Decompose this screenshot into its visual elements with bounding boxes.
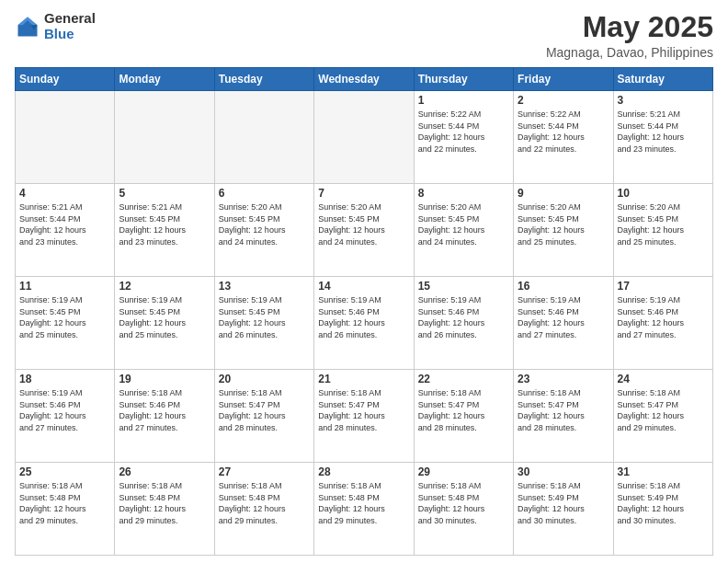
day-info: Sunrise: 5:18 AM Sunset: 5:49 PM Dayligh… [618, 480, 709, 526]
day-number: 6 [219, 187, 310, 200]
day-number: 26 [119, 465, 210, 478]
day-info: Sunrise: 5:18 AM Sunset: 5:47 PM Dayligh… [418, 387, 509, 433]
day-number: 8 [418, 187, 509, 200]
day-number: 18 [19, 373, 110, 385]
calendar-cell [214, 91, 313, 184]
day-number: 2 [518, 94, 609, 107]
day-number: 5 [119, 187, 210, 200]
day-info: Sunrise: 5:19 AM Sunset: 5:45 PM Dayligh… [19, 294, 110, 340]
day-info: Sunrise: 5:18 AM Sunset: 5:48 PM Dayligh… [318, 480, 409, 526]
day-number: 23 [518, 373, 609, 385]
calendar-cell [115, 91, 214, 184]
calendar-week-4: 18Sunrise: 5:19 AM Sunset: 5:46 PM Dayli… [16, 370, 713, 463]
day-number: 24 [618, 373, 709, 385]
logo-icon [15, 14, 40, 40]
day-header-sunday: Sunday [16, 68, 115, 91]
header: General Blue May 2025 Magnaga, Davao, Ph… [15, 11, 713, 60]
calendar-cell: 11Sunrise: 5:19 AM Sunset: 5:45 PM Dayli… [16, 277, 115, 370]
day-number: 4 [19, 187, 110, 200]
calendar-cell: 26Sunrise: 5:18 AM Sunset: 5:48 PM Dayli… [115, 463, 214, 556]
day-header-saturday: Saturday [613, 68, 712, 91]
calendar-cell: 20Sunrise: 5:18 AM Sunset: 5:47 PM Dayli… [214, 370, 313, 463]
day-number: 27 [219, 465, 310, 478]
day-info: Sunrise: 5:18 AM Sunset: 5:48 PM Dayligh… [418, 480, 509, 526]
day-number: 25 [19, 465, 110, 478]
calendar-cell: 10Sunrise: 5:20 AM Sunset: 5:45 PM Dayli… [613, 184, 712, 277]
subtitle: Magnaga, Davao, Philippines [546, 45, 713, 60]
day-info: Sunrise: 5:20 AM Sunset: 5:45 PM Dayligh… [219, 201, 310, 247]
day-info: Sunrise: 5:19 AM Sunset: 5:46 PM Dayligh… [618, 294, 709, 340]
calendar-cell [16, 91, 115, 184]
calendar-cell: 28Sunrise: 5:18 AM Sunset: 5:48 PM Dayli… [314, 463, 414, 556]
calendar-week-5: 25Sunrise: 5:18 AM Sunset: 5:48 PM Dayli… [16, 463, 713, 556]
calendar-cell: 9Sunrise: 5:20 AM Sunset: 5:45 PM Daylig… [514, 184, 613, 277]
calendar-cell: 23Sunrise: 5:18 AM Sunset: 5:47 PM Dayli… [514, 370, 613, 463]
day-number: 28 [318, 465, 409, 478]
day-info: Sunrise: 5:22 AM Sunset: 5:44 PM Dayligh… [418, 109, 509, 155]
day-info: Sunrise: 5:19 AM Sunset: 5:46 PM Dayligh… [19, 387, 110, 433]
day-info: Sunrise: 5:18 AM Sunset: 5:47 PM Dayligh… [318, 387, 409, 433]
day-number: 22 [418, 373, 509, 385]
day-info: Sunrise: 5:21 AM Sunset: 5:44 PM Dayligh… [19, 201, 110, 247]
day-info: Sunrise: 5:20 AM Sunset: 5:45 PM Dayligh… [518, 201, 609, 247]
day-number: 30 [518, 465, 609, 478]
calendar-cell [314, 91, 414, 184]
calendar-cell: 21Sunrise: 5:18 AM Sunset: 5:47 PM Dayli… [314, 370, 414, 463]
day-number: 31 [618, 465, 709, 478]
day-number: 12 [119, 280, 210, 293]
day-number: 11 [19, 280, 110, 293]
calendar-cell: 24Sunrise: 5:18 AM Sunset: 5:47 PM Dayli… [613, 370, 712, 463]
calendar-cell: 1Sunrise: 5:22 AM Sunset: 5:44 PM Daylig… [414, 91, 513, 184]
day-info: Sunrise: 5:18 AM Sunset: 5:47 PM Dayligh… [219, 387, 310, 433]
day-number: 17 [618, 280, 709, 293]
calendar-cell: 12Sunrise: 5:19 AM Sunset: 5:45 PM Dayli… [115, 277, 214, 370]
calendar-header-row: SundayMondayTuesdayWednesdayThursdayFrid… [16, 68, 713, 91]
day-number: 13 [219, 280, 310, 293]
calendar-cell: 17Sunrise: 5:19 AM Sunset: 5:46 PM Dayli… [613, 277, 712, 370]
calendar-cell: 13Sunrise: 5:19 AM Sunset: 5:45 PM Dayli… [214, 277, 313, 370]
day-info: Sunrise: 5:20 AM Sunset: 5:45 PM Dayligh… [318, 201, 409, 247]
day-info: Sunrise: 5:19 AM Sunset: 5:45 PM Dayligh… [119, 294, 210, 340]
calendar-cell: 8Sunrise: 5:20 AM Sunset: 5:45 PM Daylig… [414, 184, 513, 277]
day-header-friday: Friday [514, 68, 613, 91]
calendar-cell: 30Sunrise: 5:18 AM Sunset: 5:49 PM Dayli… [514, 463, 613, 556]
calendar-cell: 7Sunrise: 5:20 AM Sunset: 5:45 PM Daylig… [314, 184, 414, 277]
calendar-cell: 4Sunrise: 5:21 AM Sunset: 5:44 PM Daylig… [16, 184, 115, 277]
day-info: Sunrise: 5:19 AM Sunset: 5:46 PM Dayligh… [418, 294, 509, 340]
calendar-week-3: 11Sunrise: 5:19 AM Sunset: 5:45 PM Dayli… [16, 277, 713, 370]
day-number: 14 [318, 280, 409, 293]
day-header-thursday: Thursday [414, 68, 513, 91]
calendar-cell: 27Sunrise: 5:18 AM Sunset: 5:48 PM Dayli… [214, 463, 313, 556]
calendar-cell: 22Sunrise: 5:18 AM Sunset: 5:47 PM Dayli… [414, 370, 513, 463]
day-number: 15 [418, 280, 509, 293]
calendar-week-2: 4Sunrise: 5:21 AM Sunset: 5:44 PM Daylig… [16, 184, 713, 277]
logo: General Blue [15, 11, 96, 41]
day-info: Sunrise: 5:20 AM Sunset: 5:45 PM Dayligh… [618, 201, 709, 247]
day-info: Sunrise: 5:19 AM Sunset: 5:45 PM Dayligh… [219, 294, 310, 340]
day-info: Sunrise: 5:21 AM Sunset: 5:45 PM Dayligh… [119, 201, 210, 247]
day-number: 16 [518, 280, 609, 293]
calendar-cell: 16Sunrise: 5:19 AM Sunset: 5:46 PM Dayli… [514, 277, 613, 370]
day-info: Sunrise: 5:18 AM Sunset: 5:48 PM Dayligh… [19, 480, 110, 526]
calendar-cell: 31Sunrise: 5:18 AM Sunset: 5:49 PM Dayli… [613, 463, 712, 556]
main-title: May 2025 [546, 11, 713, 43]
day-number: 7 [318, 187, 409, 200]
day-number: 21 [318, 373, 409, 385]
title-block: May 2025 Magnaga, Davao, Philippines [546, 11, 713, 60]
calendar-cell: 14Sunrise: 5:19 AM Sunset: 5:46 PM Dayli… [314, 277, 414, 370]
calendar-cell: 3Sunrise: 5:21 AM Sunset: 5:44 PM Daylig… [613, 91, 712, 184]
day-info: Sunrise: 5:20 AM Sunset: 5:45 PM Dayligh… [418, 201, 509, 247]
day-info: Sunrise: 5:21 AM Sunset: 5:44 PM Dayligh… [618, 109, 709, 155]
calendar-cell: 18Sunrise: 5:19 AM Sunset: 5:46 PM Dayli… [16, 370, 115, 463]
day-info: Sunrise: 5:19 AM Sunset: 5:46 PM Dayligh… [518, 294, 609, 340]
day-header-wednesday: Wednesday [314, 68, 414, 91]
day-number: 29 [418, 465, 509, 478]
calendar-cell: 2Sunrise: 5:22 AM Sunset: 5:44 PM Daylig… [514, 91, 613, 184]
day-info: Sunrise: 5:22 AM Sunset: 5:44 PM Dayligh… [518, 109, 609, 155]
day-info: Sunrise: 5:18 AM Sunset: 5:48 PM Dayligh… [219, 480, 310, 526]
day-info: Sunrise: 5:18 AM Sunset: 5:47 PM Dayligh… [618, 387, 709, 433]
calendar-cell: 15Sunrise: 5:19 AM Sunset: 5:46 PM Dayli… [414, 277, 513, 370]
day-info: Sunrise: 5:18 AM Sunset: 5:48 PM Dayligh… [119, 480, 210, 526]
calendar-cell: 19Sunrise: 5:18 AM Sunset: 5:46 PM Dayli… [115, 370, 214, 463]
page: General Blue May 2025 Magnaga, Davao, Ph… [0, 0, 728, 563]
